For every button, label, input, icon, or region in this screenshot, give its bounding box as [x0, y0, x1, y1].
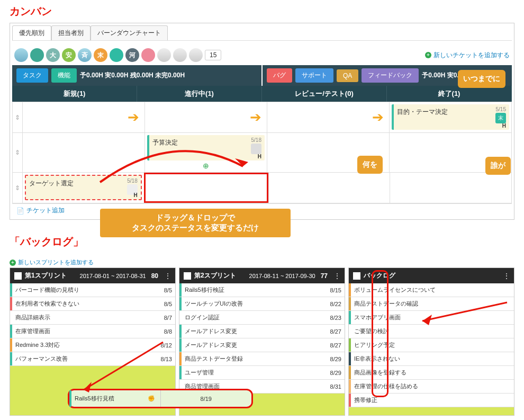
expand-icon[interactable]	[353, 272, 360, 280]
expand-icon[interactable]	[184, 272, 191, 280]
story-row[interactable]: ヒアリング予定	[349, 338, 514, 352]
story-title: パフォーマンス改善	[15, 355, 68, 363]
story-color-bar	[179, 366, 182, 379]
story-row[interactable]: 在庫管理の仕様を詰める	[349, 380, 514, 394]
story-color-bar	[179, 297, 182, 310]
backlog-column: バックログ ⋮ ボリュームライセンスについて 商品テストデータの確認 スマホアプ…	[348, 267, 514, 416]
story-row[interactable]: 商品テストデータの確認	[349, 297, 514, 311]
story-title: メールアドレス変更	[185, 341, 237, 349]
story-row[interactable]: 携帯修正	[349, 394, 514, 407]
story-points: 8/5	[164, 301, 172, 307]
avatar[interactable]: 河	[125, 48, 139, 62]
story-row[interactable]: バーコード機能の見積り 8/5	[10, 283, 175, 297]
story-color-bar	[349, 325, 351, 338]
filter-feedback-button[interactable]: フィードバック	[362, 68, 419, 83]
row-handle[interactable]: ⇕	[13, 102, 22, 132]
ticket-add-label: チケット追加	[26, 206, 65, 215]
story-row[interactable]: スマホアプリ画面	[349, 311, 514, 325]
dragging-story[interactable]: Rails5移行見積✊ 8/19	[68, 389, 253, 408]
sprint-header[interactable]: 第1スプリント 2017-08-01 ~ 2017-08-31 80 ⋮	[10, 268, 175, 283]
story-row[interactable]: ユーザ管理 8/29	[179, 366, 345, 380]
row-handle[interactable]: ⇕	[13, 173, 22, 203]
story-row[interactable]: メールアドレス変更 8/27	[179, 338, 345, 352]
story-color-bar	[349, 338, 351, 352]
card-new-dragging[interactable]: ターゲット選定 5/18 H	[25, 175, 142, 200]
card-progress[interactable]: 予算決定 5/18 H	[147, 135, 265, 160]
avatar[interactable]	[189, 48, 203, 62]
sprint-header[interactable]: バックログ ⋮	[349, 268, 514, 283]
story-row[interactable]: ボリュームライセンスについて	[349, 283, 514, 297]
story-title: 在庫管理の仕様を詰める	[354, 382, 418, 390]
avatar[interactable]	[141, 48, 155, 62]
avatar[interactable]: 大	[46, 48, 60, 62]
row-handle[interactable]: ⇕	[13, 133, 22, 172]
avatar[interactable]: 斉	[78, 48, 92, 62]
column-headers: 新規(1) 進行中(1) レビュー/テスト(0) 終了(1)	[12, 86, 512, 102]
card-done[interactable]: 目的・テーマ決定 5/15 末 H	[392, 104, 509, 130]
avatar[interactable]	[14, 48, 28, 62]
story-row[interactable]: IE非表示されない	[349, 352, 514, 366]
filter-feature-button[interactable]: 機能	[51, 68, 77, 83]
avatar[interactable]	[30, 48, 44, 62]
story-title: ヒアリング予定	[354, 341, 395, 349]
story-title: ユーザ管理	[185, 369, 214, 377]
story-color-bar	[349, 283, 351, 297]
story-row[interactable]: ご要望の検討	[349, 325, 514, 338]
story-points: 8/7	[164, 315, 172, 321]
tab-burndown[interactable]: バーンダウンチャート	[91, 25, 168, 40]
card-title: ターゲット選定	[29, 180, 74, 187]
story-title: 在庫管理画面	[15, 327, 50, 335]
section-title-kanban: カンバン	[0, 0, 524, 23]
story-row[interactable]: ログイン認証 8/23	[179, 311, 345, 325]
story-points: 8/27	[330, 328, 341, 335]
story-points: 8/23	[330, 315, 341, 321]
kanban-tabs: 優先順別 担当者別 バーンダウンチャート	[12, 25, 512, 41]
story-row[interactable]: 商品画像を登録する	[349, 366, 514, 380]
callout-when: いつまでに	[458, 70, 505, 88]
story-row[interactable]: パフォーマンス改善 8/13	[10, 352, 175, 366]
avatar[interactable]	[157, 48, 171, 62]
story-row[interactable]: メールアドレス変更 8/27	[179, 325, 345, 338]
filter-task-button[interactable]: タスク	[16, 68, 48, 83]
expand-icon[interactable]	[14, 272, 22, 280]
story-row[interactable]: ツールチップUIの改善 8/22	[179, 297, 345, 311]
avatar[interactable]	[173, 48, 187, 62]
story-row[interactable]: Rails5移行検証 8/15	[179, 283, 345, 297]
menu-dots-icon[interactable]: ⋮	[503, 272, 510, 280]
tab-priority[interactable]: 優先順別	[12, 25, 51, 40]
avatar[interactable]: 末	[94, 48, 107, 62]
story-points: 8/22	[330, 301, 341, 307]
story-row[interactable]: 商品テストデータ登録 8/29	[179, 352, 345, 366]
story-points: 8/12	[161, 342, 172, 348]
story-row[interactable]: 在庫管理画面 8/8	[10, 325, 175, 338]
story-title: 商品画像を登録する	[354, 369, 406, 377]
filter-qa-button[interactable]: QA	[337, 69, 358, 82]
add-sprint-link[interactable]: + 新しいスプリントを追加する	[10, 257, 514, 267]
col-progress: 進行中(1)	[137, 86, 262, 102]
avatar[interactable]: 安	[62, 48, 76, 62]
card-hours: H	[258, 154, 261, 159]
card-assignee	[251, 144, 261, 154]
story-color-bar	[10, 283, 12, 297]
menu-dots-icon[interactable]: ⋮	[165, 272, 171, 280]
ticket-icon: 📄	[16, 207, 24, 215]
story-points: 8/13	[161, 356, 172, 362]
tab-assignee[interactable]: 担当者別	[51, 25, 91, 40]
story-color-bar	[349, 311, 351, 324]
card-hours: H	[502, 123, 506, 129]
story-title: 携帯修正	[354, 396, 377, 404]
arrow-right-icon: ➔	[372, 109, 384, 126]
story-row[interactable]: 在利用者で検索できない 8/5	[10, 297, 175, 311]
avatar[interactable]	[110, 48, 123, 62]
menu-dots-icon[interactable]: ⋮	[334, 272, 340, 280]
card-date: 5/18	[251, 137, 261, 143]
story-title: ログイン認証	[185, 314, 220, 321]
filter-bug-button[interactable]: バグ	[267, 68, 292, 83]
filter-support-button[interactable]: サポート	[295, 68, 333, 83]
add-ticket-link[interactable]: + 新しいチケットを追加する	[425, 51, 510, 60]
story-title: 商品詳細表示	[15, 314, 50, 321]
story-row[interactable]: Redmine 3.3対応 8/12	[10, 338, 175, 352]
add-card-icon[interactable]: ⊕	[147, 162, 265, 170]
sprint-header[interactable]: 第2スプリント 2017-08-11 ~ 2017-09-30 77 ⋮	[179, 268, 345, 283]
story-row[interactable]: 商品詳細表示 8/7	[10, 311, 175, 325]
